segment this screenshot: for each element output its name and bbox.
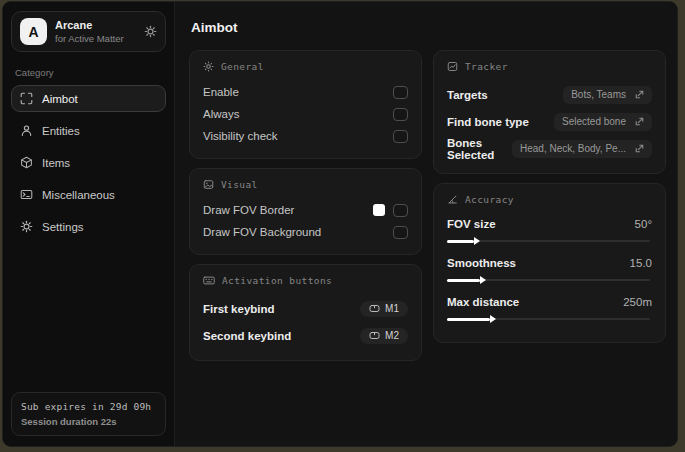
sidebar-item-label: Items [42,157,70,169]
second-keybind-button[interactable]: M2 [360,328,408,344]
sidebar: A Arcane for Active Matter Category [3,2,175,446]
keybind-row-first: First keybind M1 [203,295,408,322]
right-column: Tracker Targets Bots, Teams [433,50,666,352]
activation-buttons-card: Activation buttons First keybind M1 [189,264,422,361]
accuracy-card: Accuracy FOV size 50° [433,183,666,343]
sun-icon [203,61,214,72]
slider-thumb[interactable] [447,240,474,243]
general-card: General Enable Always Visibility check [189,50,422,159]
smoothness-slider[interactable] [447,275,652,286]
sidebar-item-aimbot[interactable]: Aimbot [11,85,166,112]
color-swatch[interactable] [373,204,385,216]
fov-size-slider[interactable] [447,236,652,247]
session-duration-text: Session duration 22s [21,416,156,427]
cube-icon [20,156,33,169]
always-checkbox[interactable] [393,108,408,121]
subscription-info-card: Sub expires in 29d 09h Session duration … [11,392,166,436]
expand-select-icon [635,144,644,153]
brand-subtitle: for Active Matter [55,33,136,44]
page-title: Aimbot [191,20,665,35]
sidebar-item-entities[interactable]: Entities [11,117,166,144]
max-distance-slider[interactable] [447,314,652,325]
gear-icon [20,220,33,233]
sidebar-item-miscellaneous[interactable]: Miscellaneous [11,181,166,208]
slider-smoothness: Smoothness 15.0 [447,253,652,286]
image-icon [203,179,214,190]
draw-fov-border-checkbox[interactable] [393,204,408,217]
sidebar-item-label: Entities [42,125,80,137]
category-label: Category [15,67,162,78]
setting-row-enable: Enable [203,81,408,103]
slider-value: 250m [623,296,652,308]
tracker-card: Tracker Targets Bots, Teams [433,50,666,174]
sidebar-item-label: Aimbot [42,93,78,105]
card-title: Tracker [465,61,508,72]
first-keybind-button[interactable]: M1 [360,301,408,317]
expand-select-icon [635,117,644,126]
brand-name: Arcane [55,19,136,31]
draw-fov-background-checkbox[interactable] [393,226,408,239]
sidebar-item-settings[interactable]: Settings [11,213,166,240]
sidebar-item-label: Settings [42,221,84,233]
person-icon [20,124,33,137]
card-title: General [221,61,264,72]
setting-row-visibility-check: Visibility check [203,125,408,147]
sub-expires-text: Sub expires in 29d 09h [21,401,156,412]
enable-checkbox[interactable] [393,86,408,99]
mouse-icon [369,304,380,313]
keyboard-icon [203,275,215,286]
slider-thumb[interactable] [447,318,490,321]
card-title: Activation buttons [222,275,332,286]
keybind-row-second: Second keybind M2 [203,322,408,349]
slider-thumb[interactable] [447,279,480,282]
expand-select-icon [635,90,644,99]
visual-card: Visual Draw FOV Border Draw FOV Backgrou… [189,168,422,255]
brand-card: A Arcane for Active Matter [11,11,166,52]
tracker-row-targets: Targets Bots, Teams [447,81,652,108]
brand-logo: A [20,18,47,45]
focus-box-icon [447,61,458,72]
bones-selected-dropdown[interactable]: Head, Neck, Body, Pe... [512,140,652,158]
sidebar-item-items[interactable]: Items [11,149,166,176]
targets-dropdown[interactable]: Bots, Teams [563,86,652,104]
card-title: Visual [221,179,258,190]
slider-value: 50° [635,218,652,230]
sidebar-item-label: Miscellaneous [42,189,115,201]
tracker-row-bones-selected: Bones Selected Head, Neck, Body, Pe... [447,135,652,162]
slider-max-distance: Max distance 250m [447,292,652,325]
setting-row-draw-fov-background: Draw FOV Background [203,221,408,243]
tracker-row-find-bone-type: Find bone type Selected bone [447,108,652,135]
main-panel: Aimbot [175,2,677,446]
app-window: A Arcane for Active Matter Category [2,1,678,447]
slider-fov-size: FOV size 50° [447,214,652,247]
gear-icon[interactable] [144,25,157,38]
card-title: Accuracy [465,194,514,205]
find-bone-type-dropdown[interactable]: Selected bone [554,113,652,131]
setting-row-draw-fov-border: Draw FOV Border [203,199,408,221]
slider-value: 15.0 [630,257,652,269]
mouse-icon [369,331,380,340]
terminal-icon [20,188,33,201]
crosshair-scan-icon [20,92,33,105]
left-column: General Enable Always Visibility check [189,50,422,370]
angle-icon [447,194,458,205]
visibility-check-checkbox[interactable] [393,130,408,143]
setting-row-always: Always [203,103,408,125]
